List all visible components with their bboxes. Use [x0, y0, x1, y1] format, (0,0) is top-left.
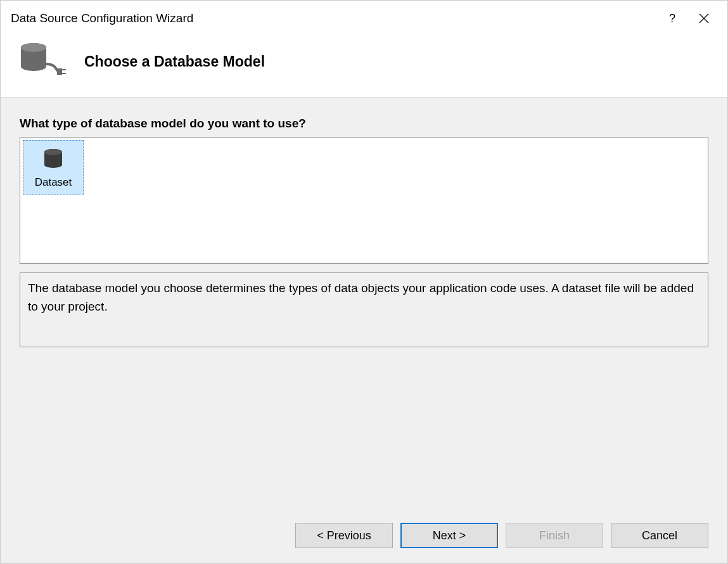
wizard-footer: < Previous Next > Finish Cancel — [1, 510, 727, 563]
window-title: Data Source Configuration Wizard — [11, 11, 193, 25]
svg-point-8 — [44, 149, 62, 155]
close-icon[interactable] — [698, 13, 710, 24]
svg-rect-4 — [57, 68, 62, 75]
finish-button: Finish — [506, 523, 603, 548]
model-item-label: Dataset — [35, 176, 72, 189]
wizard-content: What type of database model do you want … — [1, 97, 727, 510]
help-icon[interactable]: ? — [669, 12, 675, 25]
description-box: The database model you choose determines… — [20, 272, 708, 347]
titlebar-controls: ? — [669, 12, 717, 25]
next-button[interactable]: Next > — [400, 523, 498, 548]
wizard-header: Choose a Database Model — [1, 31, 727, 97]
svg-point-3 — [21, 43, 46, 52]
model-list[interactable]: Dataset — [20, 137, 708, 264]
previous-button[interactable]: < Previous — [295, 523, 393, 548]
page-title: Choose a Database Model — [84, 53, 265, 70]
titlebar: Data Source Configuration Wizard ? — [1, 1, 727, 31]
database-plug-icon — [16, 41, 67, 82]
model-item-dataset[interactable]: Dataset — [23, 140, 84, 195]
cancel-button[interactable]: Cancel — [611, 523, 708, 548]
database-icon — [41, 146, 66, 174]
question-label: What type of database model do you want … — [20, 117, 708, 131]
